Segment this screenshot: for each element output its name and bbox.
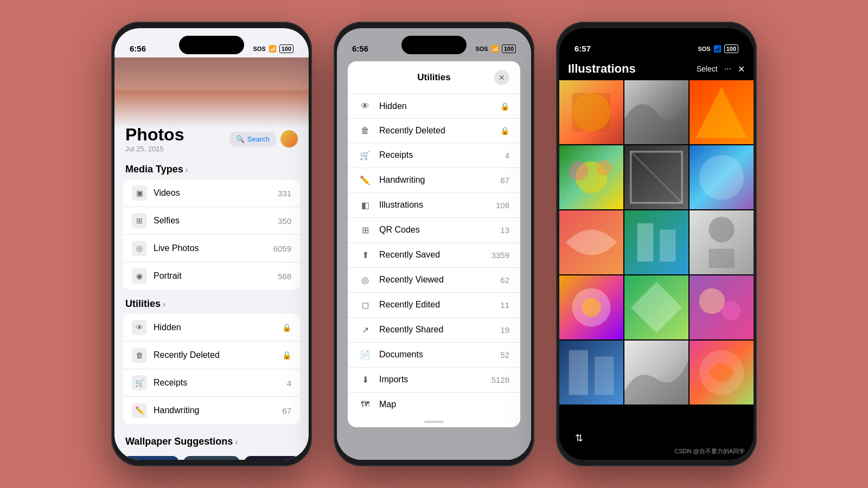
modal-item-illustrations[interactable]: ◧ Illustrations 108 [348,193,520,218]
status-sos-3: SOS [698,46,710,52]
livephotos-count: 6059 [273,244,291,253]
svg-rect-1 [572,93,611,132]
recently-deleted-label: Recently Deleted [154,350,282,360]
list-item-hidden[interactable]: 👁 Hidden 🔒 [123,314,300,342]
svg-rect-17 [569,350,588,395]
list-item-livephotos[interactable]: ◎ Live Photos 6059 [123,235,300,262]
livephotos-icon: ◎ [132,241,147,256]
header-actions: Select ··· ✕ [697,64,745,74]
receipts-label: Receipts [154,378,287,388]
livephotos-label: Live Photos [154,243,273,253]
photo-cell-7[interactable] [559,210,623,274]
select-button[interactable]: Select [697,65,718,73]
modal-item-handwriting[interactable]: ✏️ Handwriting 67 [348,168,520,193]
avatar-1 [280,130,298,147]
photo-cell-4[interactable] [559,145,623,209]
photo-grid [559,80,754,404]
photo-cell-2[interactable] [624,80,688,144]
utilities-list: 👁 Hidden 🔒 🗑 Recently Deleted 🔒 🛒 Receip… [123,314,300,424]
phone3-screen: 6:57 SOS 📶 100 Illustrations Select ··· … [559,28,754,460]
list-item-handwriting[interactable]: ✏️ Handwriting 67 [123,397,300,424]
wifi-icon-3: 📶 [713,45,722,53]
svg-point-16 [722,301,741,320]
modal-item-recently-saved[interactable]: ⬆ Recently Saved 3359 [348,243,520,268]
list-item-portrait[interactable]: ◉ Portrait 568 [123,262,300,290]
modal-hidden-lock: 🔒 [500,102,509,111]
modal-item-recently-deleted[interactable]: 🗑 Recently Deleted 🔒 [348,119,520,143]
modal-item-recently-shared[interactable]: ↗ Recently Shared 19 [348,318,520,343]
modal-handwriting-count: 67 [500,176,509,185]
photo-cell-11[interactable] [624,275,688,339]
svg-marker-2 [696,87,747,138]
wallpaper-thumb-3[interactable]: Sunday, January 9 9:41 [244,456,300,460]
photo-cell-1[interactable] [559,80,623,144]
modal-recently-saved-count: 3359 [492,251,509,260]
modal-item-recently-edited[interactable]: ◻ Recently Edited 11 [348,293,520,318]
modal-item-map[interactable]: 🗺 Map [348,393,520,416]
status-sos-1: SOS [253,46,265,52]
photo-cell-9[interactable] [690,210,754,274]
dynamic-island-1 [179,36,244,54]
list-item-recently-deleted[interactable]: 🗑 Recently Deleted 🔒 [123,342,300,369]
photo-cell-8[interactable] [624,210,688,274]
modal-close-button[interactable]: ✕ [494,70,509,85]
modal-item-recently-viewed[interactable]: ◎ Recently Viewed 62 [348,268,520,293]
close-button-3[interactable]: ✕ [738,64,745,74]
photo-cell-14[interactable] [624,341,688,404]
svg-point-14 [582,298,601,317]
phone1-screen: 6:56 SOS 📶 100 Photos Jul 25, 2015 🔍 S [114,28,309,460]
photo-cell-13[interactable] [559,341,623,404]
photo-cell-15[interactable] [690,341,754,404]
battery-icon-1: 100 [279,44,293,53]
modal-handle [424,421,444,423]
phone-1: 6:56 SOS 📶 100 Photos Jul 25, 2015 🔍 S [111,22,312,466]
dynamic-island-2 [401,36,467,54]
hidden-icon: 👁 [132,320,147,335]
sort-button[interactable]: ⇅ [568,427,590,449]
wallpaper-chevron: › [235,438,238,446]
photo-cell-3[interactable] [690,80,754,144]
list-item-receipts[interactable]: 🛒 Receipts 4 [123,369,300,397]
modal-item-imports[interactable]: ⬇ Imports 5128 [348,368,520,393]
modal-list: 👁 Hidden 🔒 🗑 Recently Deleted 🔒 🛒 Receip… [348,94,520,416]
modal-item-hidden[interactable]: 👁 Hidden 🔒 [348,94,520,119]
modal-item-documents[interactable]: 📄 Documents 52 [348,343,520,368]
more-icon[interactable]: ··· [724,64,731,74]
photo-cell-12[interactable] [690,275,754,339]
wallpaper-thumb-1[interactable]: Tuesday, January 9 9:41 [123,456,179,460]
dynamic-island-3 [624,36,689,54]
wifi-icon-1: 📶 [269,45,277,53]
illustrations-header: Illustrations Select ··· ✕ [559,57,754,80]
svg-rect-10 [660,229,676,261]
photo-cell-5[interactable] [624,145,688,209]
modal-recently-viewed-label: Recently Viewed [379,275,500,285]
modal-recently-viewed-icon: ◎ [359,275,372,285]
list-item-selfies[interactable]: ⊞ Selfies 350 [123,207,300,235]
list-item-videos[interactable]: ▣ Videos 331 [123,179,300,207]
svg-rect-9 [637,223,654,262]
modal-illustrations-label: Illustrations [379,200,496,210]
time-1: 6:56 [130,44,146,53]
svg-point-5 [596,160,611,175]
receipts-icon: 🛒 [132,375,147,390]
svg-point-15 [699,288,725,314]
photo-cell-10[interactable] [559,275,623,339]
wallpaper-thumb-2[interactable]: Tuesday, January 9 9:41 [183,456,239,460]
utilities-modal: Utilities ✕ 👁 Hidden 🔒 🗑 Recen [348,61,520,427]
status-right-3: SOS 📶 100 [698,44,738,53]
modal-qrcodes-label: QR Codes [379,225,500,235]
modal-receipts-icon: 🛒 [359,150,372,160]
search-button-1[interactable]: 🔍 Search [229,132,276,146]
modal-item-qrcodes[interactable]: ⊞ QR Codes 13 [348,218,520,243]
wifi-icon-2: 📶 [491,45,499,53]
search-icon-1: 🔍 [236,135,245,143]
modal-recently-shared-label: Recently Shared [379,325,500,335]
modal-illustrations-count: 108 [496,201,509,210]
modal-handwriting-label: Handwriting [379,175,500,185]
photo-cell-6[interactable] [690,145,754,209]
modal-recently-shared-icon: ↗ [359,325,372,335]
modal-recently-edited-label: Recently Edited [379,300,500,310]
modal-map-label: Map [379,400,509,409]
modal-item-receipts[interactable]: 🛒 Receipts 4 [348,143,520,168]
close-icon-2: ✕ [499,73,505,82]
